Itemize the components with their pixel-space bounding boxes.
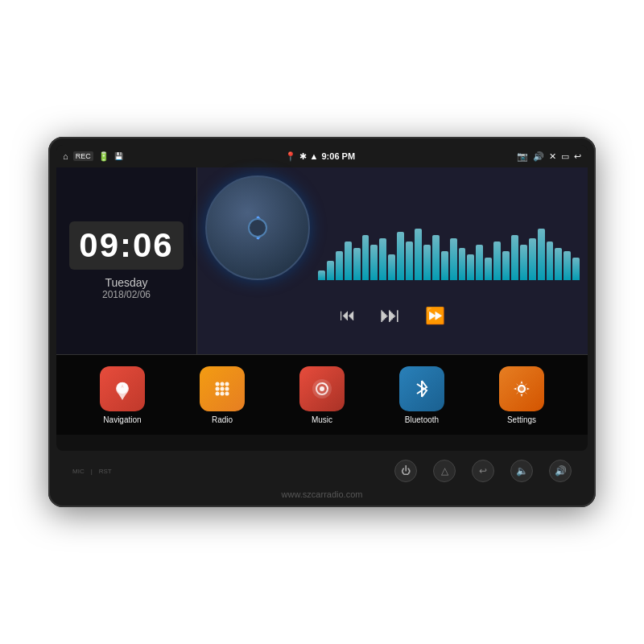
- fast-forward-button[interactable]: ⏩: [425, 306, 445, 325]
- eq-bar: [353, 248, 361, 280]
- settings-icon: [499, 366, 544, 411]
- status-bar: ⌂ REC 🔋 💾 📍 ✱ ▲ 9:06 PM 📷 🔊 ✕ ▭ ↩: [56, 145, 588, 167]
- eq-bar: [538, 229, 545, 280]
- eq-bar: [318, 270, 325, 280]
- eq-bar: [370, 245, 378, 280]
- status-right-icons: 📷 🔊 ✕ ▭ ↩: [517, 151, 581, 162]
- mic-rst-labels: MIC | RST: [72, 468, 112, 475]
- eq-bar: [520, 245, 527, 280]
- status-center: 📍 ✱ ▲ 9:06 PM: [285, 151, 355, 162]
- camera-icon: 📷: [517, 151, 528, 162]
- bt-disc: [205, 175, 310, 280]
- rewind-button[interactable]: ⏮: [340, 306, 356, 324]
- equalizer: [318, 175, 580, 288]
- bluetooth-app-label: Bluetooth: [405, 415, 439, 424]
- cast-icon: ▭: [561, 151, 569, 162]
- svg-point-6: [221, 386, 225, 390]
- play-next-button[interactable]: ⏭: [380, 303, 401, 328]
- eq-bar: [511, 235, 518, 280]
- svg-point-10: [225, 391, 229, 395]
- eq-bar: [485, 258, 492, 280]
- eq-bars: [318, 216, 580, 280]
- eq-bar: [547, 242, 554, 280]
- player-top: [197, 167, 588, 296]
- svg-point-5: [216, 386, 220, 390]
- eq-bar: [476, 245, 483, 280]
- bluetooth-status-icon: ✱: [299, 151, 307, 162]
- battery-icon: 🔋: [98, 151, 109, 162]
- volume-icon: 🔊: [533, 151, 544, 162]
- eq-bar: [432, 235, 440, 280]
- eq-bar: [467, 254, 474, 280]
- app-settings[interactable]: Settings: [499, 366, 544, 424]
- bluetooth-disc-icon: [242, 212, 274, 244]
- power-button[interactable]: ⏻: [394, 460, 417, 482]
- clock-widget: 09:06 Tuesday 2018/02/06: [56, 167, 197, 354]
- bottom-bar: MIC | RST ⏻ △ ↩ 🔈 🔊: [56, 451, 588, 491]
- watermark: www.szcarradio.com: [282, 489, 363, 499]
- radio-icon: [200, 366, 245, 411]
- volume-up-button[interactable]: 🔊: [549, 460, 572, 482]
- clock-date: 2018/02/06: [69, 289, 184, 300]
- status-left-icons: ⌂ REC 🔋 💾: [63, 151, 123, 162]
- player-controls[interactable]: ⏮ ⏭ ⏩: [197, 296, 588, 334]
- eq-bar: [423, 245, 431, 280]
- eq-bar: [327, 261, 334, 280]
- sd-icon: 💾: [114, 152, 123, 160]
- player-area: ⏮ ⏭ ⏩: [197, 167, 588, 354]
- close-icon: ✕: [549, 151, 556, 162]
- navigation-icon: [100, 366, 145, 411]
- home-icon: ⌂: [63, 151, 68, 161]
- radio-label: Radio: [212, 415, 233, 424]
- rec-icon: REC: [73, 151, 93, 161]
- rst-label: RST: [99, 468, 112, 475]
- svg-point-4: [225, 382, 229, 386]
- bluetooth-icon: [399, 366, 444, 411]
- svg-point-7: [225, 386, 229, 390]
- app-navigation[interactable]: Navigation: [100, 366, 145, 424]
- eq-bar: [415, 229, 422, 280]
- eq-bar: [450, 238, 457, 280]
- back-icon: ↩: [574, 151, 581, 162]
- main-content: 09:06 Tuesday 2018/02/06: [56, 167, 588, 354]
- screen: ⌂ REC 🔋 💾 📍 ✱ ▲ 9:06 PM 📷 🔊 ✕ ▭ ↩: [56, 145, 588, 451]
- svg-point-2: [216, 382, 220, 386]
- back-hw-button[interactable]: ↩: [472, 460, 494, 482]
- app-music[interactable]: Music: [299, 366, 345, 424]
- app-bluetooth[interactable]: Bluetooth: [399, 366, 444, 424]
- eq-bar: [493, 242, 501, 280]
- eq-bar: [336, 251, 343, 280]
- eq-bar: [362, 235, 369, 280]
- eq-bar: [555, 248, 562, 280]
- eq-bar: [572, 258, 580, 280]
- car-radio-device: ⌂ REC 🔋 💾 📍 ✱ ▲ 9:06 PM 📷 🔊 ✕ ▭ ↩: [48, 137, 596, 507]
- svg-point-13: [320, 386, 324, 391]
- eq-bar: [345, 242, 352, 280]
- eq-bar: [406, 242, 413, 280]
- music-label: Music: [312, 415, 332, 424]
- clock-day: Tuesday: [69, 276, 184, 289]
- app-dock: Navigation Radio: [56, 354, 588, 435]
- location-icon: 📍: [285, 151, 296, 162]
- music-icon: [299, 366, 345, 411]
- eq-bar: [459, 248, 466, 280]
- bottom-buttons: ⏻ △ ↩ 🔈 🔊: [394, 460, 572, 482]
- volume-down-button[interactable]: 🔈: [510, 460, 533, 482]
- clock-time: 09:06: [69, 221, 184, 270]
- mic-label: MIC: [72, 468, 85, 475]
- home-button[interactable]: △: [433, 460, 456, 482]
- app-radio[interactable]: Radio: [200, 366, 245, 424]
- svg-point-9: [221, 391, 225, 395]
- status-time: 9:06 PM: [321, 151, 355, 161]
- wifi-icon: ▲: [310, 151, 319, 161]
- eq-bar: [379, 238, 386, 280]
- eq-bar: [388, 254, 395, 280]
- eq-bar: [441, 251, 448, 280]
- eq-bar: [502, 251, 510, 280]
- eq-bar: [397, 232, 404, 280]
- svg-point-3: [221, 382, 225, 386]
- svg-point-8: [216, 391, 220, 395]
- eq-bar: [529, 238, 536, 280]
- settings-label: Settings: [507, 415, 536, 424]
- eq-bar: [564, 251, 571, 280]
